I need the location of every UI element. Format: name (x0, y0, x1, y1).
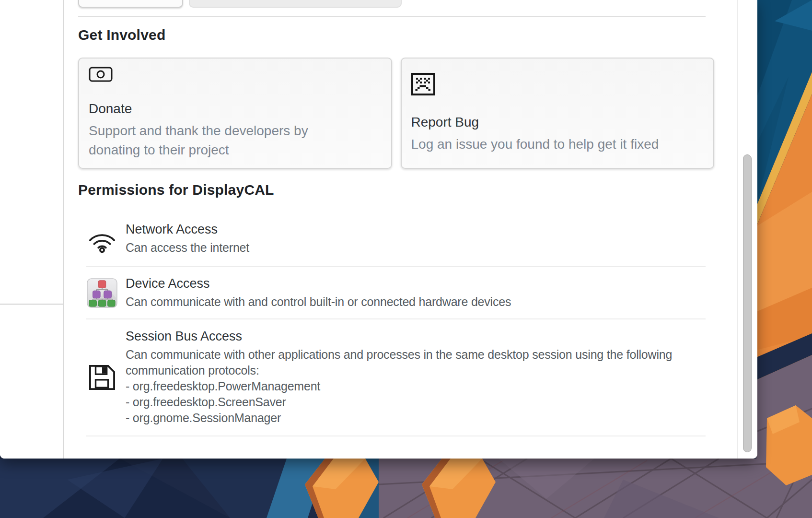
donate-title: Donate (89, 101, 380, 117)
app-details-scroll-area: Get Involved Donate Support and thank th… (64, 0, 737, 459)
permission-row-device: Device Access Can communicate with and c… (86, 267, 706, 319)
cut-off-card-left[interactable] (78, 0, 183, 8)
network-access-title: Network Access (126, 222, 706, 237)
session-bus-access-title: Session Bus Access (126, 329, 706, 344)
wifi-icon (86, 225, 118, 253)
report-bug-title: Report Bug (411, 115, 702, 130)
donate-card[interactable]: Donate Support and thank the developers … (78, 58, 392, 169)
computer-fail-icon (411, 73, 702, 97)
vertical-scrollbar-thumb[interactable] (743, 154, 752, 452)
permission-row-session-bus: Session Bus Access Can communicate with … (86, 319, 706, 436)
device-tree-icon (86, 278, 118, 308)
scrollbar-gutter (737, 0, 757, 459)
get-involved-heading: Get Involved (78, 27, 165, 43)
donate-description: Support and thank the developers by dona… (89, 121, 348, 160)
report-bug-description: Log an issue you found to help get it fi… (411, 135, 702, 154)
network-access-description: Can access the internet (126, 240, 706, 256)
protocol-power-management: - org.freedesktop.PowerManagement (126, 378, 706, 394)
section-divider (78, 16, 706, 17)
protocol-screensaver: - org.freedesktop.ScreenSaver (126, 394, 706, 410)
banknote-icon (89, 67, 380, 84)
cut-off-card-right[interactable] (189, 0, 402, 8)
device-access-title: Device Access (126, 276, 706, 291)
session-bus-access-description: Can communicate with other applications … (126, 347, 706, 426)
protocol-session-manager: - org.gnome.SessionManager (126, 410, 706, 426)
device-access-description: Can communicate with and control built-i… (126, 294, 706, 310)
report-bug-card[interactable]: Report Bug Log an issue you found to hel… (401, 58, 715, 169)
background-window-divider (0, 304, 63, 305)
permissions-heading: Permissions for DisplayCAL (78, 182, 274, 198)
floppy-disk-icon (86, 365, 118, 390)
session-bus-description-text: Can communicate with other applications … (126, 348, 672, 377)
background-window-pane (0, 0, 64, 459)
software-app-window: Get Involved Donate Support and thank th… (0, 0, 756, 459)
permissions-list: Network Access Can access the internet (86, 211, 706, 436)
get-involved-cards: Donate Support and thank the developers … (78, 58, 714, 169)
permission-row-network: Network Access Can access the internet (86, 211, 706, 267)
